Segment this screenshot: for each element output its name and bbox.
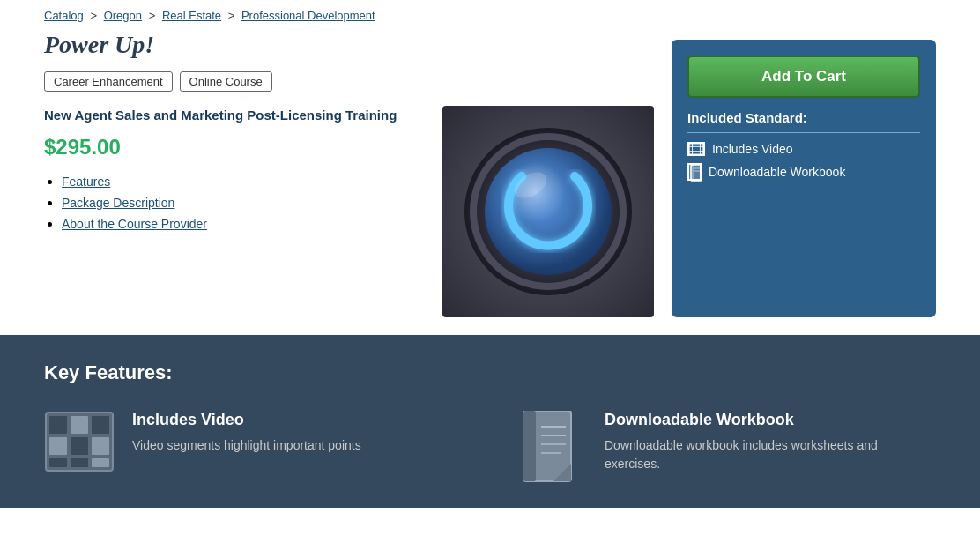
tag-online-course: Online Course [180,71,272,92]
list-item: About the Course Provider [62,216,425,232]
cart-box: Add To Cart Included Standard: Includes … [672,40,936,317]
book-feature-icon-container [516,411,587,481]
breadcrumb-catalog[interactable]: Catalog [44,9,84,22]
video-feature-icon [44,411,115,472]
svg-rect-16 [49,416,67,434]
course-image [442,106,654,317]
book-icon-small [687,163,702,181]
features-link[interactable]: Features [62,175,110,189]
svg-rect-21 [92,437,109,455]
downloadable-workbook-label: Downloadable Workbook [709,165,845,179]
feature-item-workbook: Downloadable Workbook Downloadable workb… [516,411,936,481]
course-provider-link[interactable]: About the Course Provider [62,217,207,231]
breadcrumb-sep-2: > [149,9,159,22]
svg-rect-24 [92,458,109,467]
breadcrumb-real-estate[interactable]: Real Estate [162,9,221,22]
tags-container: Career Enhancement Online Course [44,71,654,92]
breadcrumb-sep-1: > [90,9,100,22]
includes-video-label: Includes Video [712,142,793,156]
links-list: Features Package Description About the C… [44,174,425,232]
video-icon-small [687,142,705,156]
svg-rect-26 [523,411,536,481]
add-to-cart-button[interactable]: Add To Cart [687,56,920,98]
breadcrumb: Catalog > Oregon > Real Estate > Profess… [0,0,980,31]
page-title: Power Up! [44,31,654,59]
book-feature-icon [516,411,578,486]
svg-rect-22 [49,458,67,467]
power-button-graphic [442,106,654,317]
features-grid: Includes Video Video segments highlight … [44,411,936,481]
svg-rect-12 [691,165,694,181]
tag-career-enhancement: Career Enhancement [44,71,173,92]
workbook-feature-text: Downloadable Workbook Downloadable workb… [605,411,936,473]
price: $295.00 [44,135,425,160]
course-subtitle: New Agent Sales and Marketing Post-Licen… [44,106,425,124]
workbook-feature-title: Downloadable Workbook [605,411,936,429]
svg-rect-18 [92,416,109,434]
feature-item-video: Includes Video Video segments highlight … [44,411,464,481]
video-feature-icon-container [44,411,115,481]
features-title: Key Features: [44,361,936,384]
svg-rect-20 [71,437,88,455]
video-feature-description: Video segments highlight important point… [132,436,361,455]
svg-rect-23 [71,458,88,467]
svg-rect-6 [689,144,703,154]
features-section: Key Features: Incl [0,335,980,508]
list-item: Package Description [62,195,425,211]
package-description-link[interactable]: Package Description [62,196,174,210]
main-area: Power Up! Career Enhancement Online Cour… [0,31,980,335]
workbook-feature-description: Downloadable workbook includes worksheet… [605,436,936,473]
course-details: New Agent Sales and Marketing Post-Licen… [44,106,425,237]
breadcrumb-sep-3: > [228,9,238,22]
course-info: New Agent Sales and Marketing Post-Licen… [44,106,654,317]
left-section: Power Up! Career Enhancement Online Cour… [44,31,654,317]
video-feature-title: Includes Video [132,411,361,429]
included-standard-label: Included Standard: [687,110,920,133]
svg-rect-17 [71,416,88,434]
power-icon [460,123,636,300]
video-feature-text: Includes Video Video segments highlight … [132,411,361,455]
list-item: Features [62,174,425,190]
downloadable-workbook-item: Downloadable Workbook [687,163,920,181]
breadcrumb-oregon[interactable]: Oregon [104,9,142,22]
breadcrumb-professional-development[interactable]: Professional Development [241,9,375,22]
svg-rect-19 [49,437,67,455]
includes-video-item: Includes Video [687,142,920,156]
